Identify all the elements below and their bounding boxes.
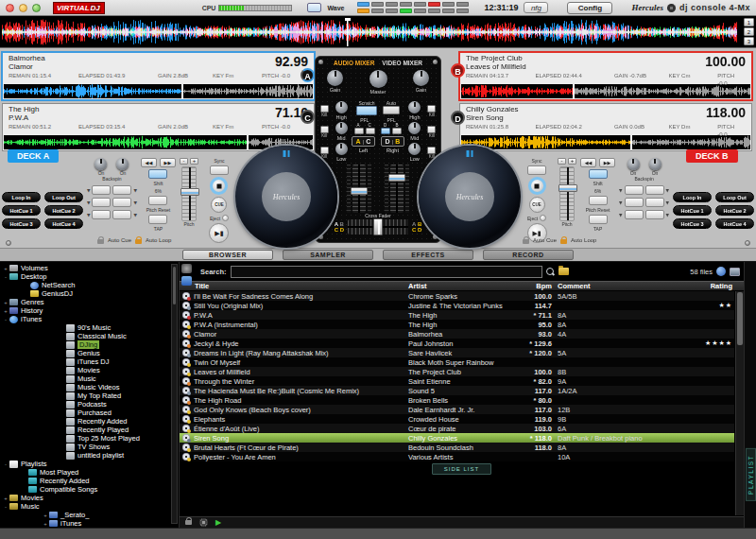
loop-out-button[interactable]: Loop Out [44,192,83,202]
pitch-plus-button[interactable]: + [190,158,198,165]
tree-toggle[interactable]: - [2,461,9,467]
high-knob-left[interactable] [335,101,348,113]
rewind-button[interactable]: ◀◀ [580,158,596,167]
scratch-button[interactable] [356,106,377,115]
hotcue-1-button[interactable]: HotCue 1 [673,205,712,216]
fx-button[interactable] [625,210,644,219]
pitch-range-button[interactable] [148,196,167,205]
tree-item[interactable]: Top 25 Most Played [0,434,179,443]
tab-video-mixer[interactable]: VIDEO MIXER [382,60,422,70]
tree-item[interactable]: Genius [0,349,179,357]
deck-d-badge[interactable]: D [451,111,465,125]
tree-toggle[interactable]: - [2,274,9,280]
track-row[interactable]: Leaves of MillfieldThe Project Club100.0… [180,367,734,376]
fx-button[interactable] [645,185,664,195]
tree-toggle[interactable]: + [2,266,9,271]
gain-knob-left[interactable] [327,70,343,86]
tree-toggle[interactable]: + [2,300,9,305]
eject-button[interactable] [540,215,546,221]
column-header-rating[interactable]: Rating [637,282,734,290]
wave-grid-cell[interactable] [357,2,369,7]
jog-sensitivity-knob[interactable] [94,158,107,170]
backspin-knob[interactable] [649,158,662,170]
pitch-plus-button[interactable]: + [568,158,576,165]
rhythm-waveform[interactable] [2,18,737,46]
deck-a-jogwheel[interactable]: Hercules [235,146,337,248]
tree-item[interactable]: 90's Music [0,323,179,332]
play-pause-button[interactable]: ▶▮ [209,223,229,243]
stop-button[interactable] [528,177,546,195]
track-row[interactable]: Still You (Original Mix)Justine & The Vi… [180,301,734,310]
rewind-button[interactable]: ◀◀ [141,158,157,167]
deck-a-badge[interactable]: A [301,68,315,82]
tree-toggle[interactable]: + [42,513,49,518]
fx-button[interactable] [625,185,644,195]
wave-grid-cell[interactable] [386,9,398,13]
tree-item[interactable]: Recently Played [0,426,179,434]
tree-item[interactable]: My Top Rated [0,391,179,400]
cue-button[interactable]: CUE [211,197,227,213]
mid-knob-left[interactable] [335,122,348,134]
left-deck-selector[interactable]: A|C [352,136,375,147]
track-row[interactable]: P.W.AThe High* 71.18A [180,310,734,320]
pitch-slider[interactable] [559,166,575,221]
autoplay-icon[interactable]: ▶ [215,518,221,527]
options-gear-icon[interactable] [199,518,208,527]
track-row[interactable]: Dreams In Light (Ray Mang Attakshak Mix)… [180,348,734,357]
tab-effects[interactable]: EFFECTS [383,250,473,260]
auto-cue-loop-indicators[interactable]: Auto Cue Auto Loop [96,235,171,244]
filter-folder-icon[interactable] [181,264,192,273]
pfl-b-button[interactable] [392,128,402,134]
tree-item[interactable]: untitled playlist [0,451,179,460]
tree-toggle[interactable]: + [42,521,49,527]
high-knob-right[interactable] [408,101,421,113]
hotcue-1-button[interactable]: HotCue 1 [2,205,41,216]
rhythm-page-button[interactable]: 2 [744,27,754,36]
tree-item[interactable]: +History [0,306,179,315]
deck-b-jogwheel[interactable]: Hercules [419,146,521,248]
tree-item[interactable]: +_Serato_ [0,511,179,519]
fx-button[interactable] [92,185,111,195]
fx-button[interactable] [645,210,664,219]
tree-item[interactable]: Classical Music [0,332,179,340]
tree-item[interactable]: Most Played [0,468,179,477]
wave-grid-cell[interactable] [414,9,426,13]
fx-button[interactable] [112,185,131,195]
playlist-tab-label[interactable]: PLAYLIST [746,448,756,501]
wave-grid-cell[interactable] [428,9,440,13]
track-row[interactable]: Étienne d'Août (Live)Cœur de pirate103.0… [180,424,734,433]
track-table-header[interactable]: TitleArtistBpmCommentRating [180,281,744,291]
nfg-button[interactable]: nfg [524,2,548,13]
favorite-folder-icon[interactable] [181,276,192,286]
track-row[interactable]: Twin Of MyselfBlack Moth Super Rainbow [180,357,734,367]
fx-button[interactable] [625,198,644,207]
maximize-button[interactable] [32,4,41,12]
tree-item[interactable]: iTunes DJ [0,357,179,366]
pfl-d-button[interactable] [381,128,390,134]
track-list-scrollbar[interactable] [735,291,744,515]
deck-b-badge[interactable]: B [451,63,465,78]
pfl-c-button[interactable] [366,128,375,134]
fx-button[interactable] [92,210,111,219]
column-header-artist[interactable]: Artist [408,282,518,290]
pfl-a-button[interactable] [354,128,364,134]
low-knob-right[interactable] [408,143,421,155]
wave-grid-cell[interactable] [371,2,384,7]
wave-grid-cell[interactable] [400,9,412,13]
wave-toggle[interactable] [307,3,321,12]
tree-item[interactable]: TV Shows [0,443,179,451]
tree-item[interactable]: Recently Added [0,477,179,485]
deck-c-badge[interactable]: C [301,110,315,124]
kill-high-left[interactable] [320,105,329,113]
playlist-side-tab[interactable]: PLAYLIST [744,262,756,528]
auto-cue-loop-indicators[interactable]: Auto Cue Auto Loop [522,235,596,244]
wave-grid-cell[interactable] [442,9,455,13]
column-header-bpm[interactable]: Bpm [518,282,552,290]
wave-grid-cell[interactable] [400,2,412,7]
tree-item[interactable]: Music Videos [0,383,179,391]
tree-toggle[interactable]: - [2,504,9,510]
minimize-button[interactable] [19,4,27,12]
hotcue-2-button[interactable]: HotCue 2 [44,205,83,216]
search-icon[interactable] [546,268,555,276]
mid-knob-right[interactable] [408,122,421,134]
